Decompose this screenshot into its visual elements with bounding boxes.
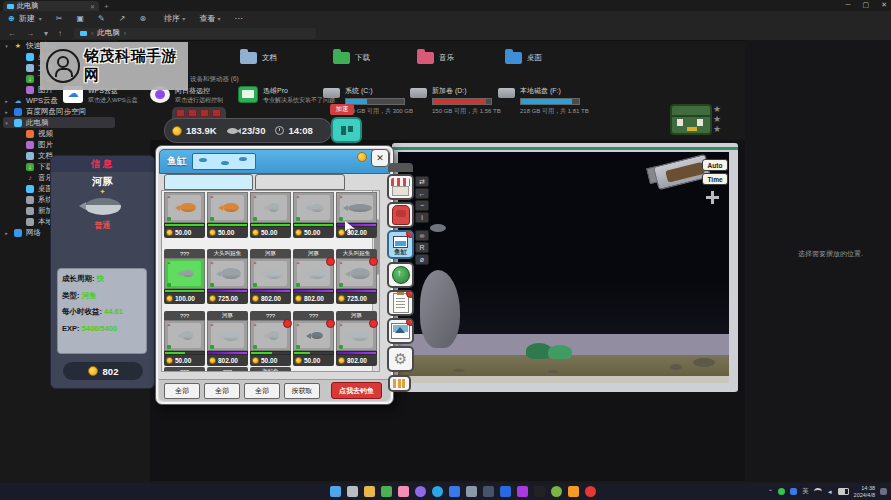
- file-action-icon[interactable]: ✎: [98, 14, 105, 23]
- folder-桌面[interactable]: 桌面: [505, 52, 542, 64]
- go-fishing-button[interactable]: 点我去钓鱼: [331, 382, 382, 399]
- breadcrumb[interactable]: › 此电脑 ›: [74, 28, 316, 39]
- taskbar-app-icon[interactable]: [483, 486, 494, 497]
- taskbar-app-icon[interactable]: [517, 486, 528, 497]
- upgrade-button[interactable]: [387, 262, 414, 288]
- new-button[interactable]: ⊕ 新建 ▾: [8, 13, 42, 24]
- fish-card[interactable]: ???✦50.00: [250, 311, 291, 366]
- sort-button[interactable]: 排序 ▾: [164, 13, 185, 24]
- folder-音乐[interactable]: 音乐: [417, 52, 454, 64]
- battery-icon[interactable]: [838, 488, 849, 495]
- fish-card[interactable]: 河豚✦802.00: [207, 311, 248, 366]
- more-button[interactable]: ⋯: [235, 14, 243, 23]
- fish-card[interactable]: 河豚✦802.00: [293, 249, 334, 304]
- taskbar-app-icon[interactable]: [381, 486, 392, 497]
- taskbar-app-icon[interactable]: [347, 486, 358, 497]
- drive-本地磁盘 (F:)[interactable]: 本地磁盘 (F:)218 GB 可用，共 1.81 TB: [498, 86, 589, 116]
- trainer-button[interactable]: −: [415, 200, 429, 211]
- filter-button[interactable]: 按获取: [284, 383, 320, 399]
- fish-card[interactable]: ✦50.00: [207, 192, 248, 238]
- recent-button[interactable]: ▾: [44, 29, 48, 38]
- tray-app-icon[interactable]: [778, 488, 785, 495]
- maximize-button[interactable]: ▢: [863, 1, 870, 9]
- app-迅维Pro[interactable]: 迅维Pro专业解决系统安装不了问题: [238, 86, 335, 105]
- wifi-icon[interactable]: [814, 488, 822, 495]
- tab-close-icon[interactable]: ✕: [90, 3, 95, 10]
- taskbar-clock[interactable]: 14:38 2024/4/8: [854, 485, 875, 498]
- fish-card[interactable]: ???✦100.00: [164, 249, 205, 304]
- file-action-icon[interactable]: ✂: [56, 14, 63, 23]
- sidebar-item-此电脑[interactable]: ▾此电脑: [3, 117, 115, 128]
- fish-card[interactable]: 大头叫姑鱼✦725.00: [336, 249, 377, 304]
- hud-mini-icon[interactable]: [176, 109, 185, 117]
- folder-文档[interactable]: 文档: [240, 52, 277, 64]
- fish-card[interactable]: ✦50.00: [293, 192, 334, 238]
- taskbar-app-icon[interactable]: [466, 486, 477, 497]
- notification-icon[interactable]: [880, 488, 887, 495]
- taskbar-app-icon[interactable]: [585, 486, 596, 497]
- volume-icon[interactable]: ◄: [827, 489, 833, 495]
- filter-button[interactable]: 全部: [204, 383, 240, 399]
- back-button[interactable]: ←: [8, 29, 16, 38]
- language-indicator[interactable]: 英: [802, 487, 809, 496]
- taskbar-app-icon[interactable]: [500, 486, 511, 497]
- taskbar-app-icon[interactable]: [534, 486, 545, 497]
- trainer-button[interactable]: ø: [415, 254, 429, 265]
- expander-icon[interactable]: ▸: [3, 98, 10, 104]
- gallery-button[interactable]: [387, 318, 414, 344]
- new-tab-button[interactable]: +: [104, 2, 109, 11]
- expander-icon[interactable]: ▾: [3, 120, 10, 126]
- expander-icon[interactable]: ▾: [3, 43, 10, 49]
- breadcrumb-item[interactable]: 此电脑: [97, 28, 120, 38]
- fish-card[interactable]: 河豚✦802.00: [336, 311, 377, 366]
- forward-button[interactable]: →: [26, 29, 34, 38]
- file-action-icon[interactable]: ▣: [76, 14, 84, 23]
- trainer-button[interactable]: R: [415, 242, 429, 253]
- filter-button[interactable]: 全部: [164, 383, 200, 399]
- pixel-avatar-button[interactable]: [331, 117, 362, 143]
- close-window-button[interactable]: ✕: [371, 149, 389, 167]
- filter-button[interactable]: 全部: [244, 383, 280, 399]
- sidebar-item-百度网盘同步空间[interactable]: ▸百度网盘同步空间: [3, 106, 115, 117]
- taskbar-app-icon[interactable]: [330, 486, 341, 497]
- sidebar-item-图片[interactable]: 图片: [15, 139, 115, 150]
- taskbar-app-icon[interactable]: [364, 486, 375, 497]
- tab-fish-tank[interactable]: [164, 174, 253, 190]
- window-titlebar[interactable]: 鱼缸: [159, 149, 390, 174]
- hud-mini-icon[interactable]: [212, 109, 221, 117]
- file-action-icon[interactable]: ⊗: [139, 14, 146, 23]
- trainer-button[interactable]: i: [415, 212, 429, 223]
- tab-tank-info[interactable]: [255, 174, 345, 190]
- file-action-icon[interactable]: ↗: [119, 14, 126, 23]
- fish-card[interactable]: ✦50.00: [164, 192, 205, 238]
- settings-button[interactable]: ⚙: [387, 346, 414, 372]
- fish-card[interactable]: 河豚✦802.00: [250, 249, 291, 304]
- expander-icon[interactable]: ▸: [3, 109, 10, 115]
- view-button[interactable]: 查看 ▾: [199, 13, 220, 24]
- up-button[interactable]: ↑: [58, 29, 62, 38]
- taskbar-app-icon[interactable]: [432, 486, 443, 497]
- taskbar-app-icon[interactable]: [449, 486, 460, 497]
- fish-card[interactable]: ✦802.00: [336, 192, 377, 238]
- fish-card[interactable]: ???✦50.00: [164, 311, 205, 366]
- auto-feed-button[interactable]: Auto: [702, 159, 728, 171]
- mini-grid-button[interactable]: [388, 375, 411, 392]
- hud-mini-icon[interactable]: [188, 109, 197, 117]
- fish-card[interactable]: 大头叫姑鱼✦725.00: [207, 249, 248, 304]
- fish-card[interactable]: ???✦50.00: [293, 311, 334, 366]
- folder-下载[interactable]: 下载: [333, 52, 370, 64]
- fish-card[interactable]: ✦50.00: [250, 192, 291, 238]
- boost-badge[interactable]: 加速: [330, 104, 354, 115]
- toolbox-item[interactable]: [670, 104, 712, 135]
- shop-button[interactable]: [387, 174, 414, 200]
- trainer-button[interactable]: ⇄: [415, 176, 429, 187]
- hud-mini-icon[interactable]: [200, 109, 209, 117]
- minimize-button[interactable]: ─: [846, 1, 851, 9]
- backpack-button[interactable]: [387, 202, 414, 228]
- fish-tank-button[interactable]: 鱼缸: [387, 230, 414, 259]
- drive-新加卷 (D:)[interactable]: 新加卷 (D:)150 GB 可用，共 1.56 TB: [410, 86, 501, 116]
- tray-app-icon[interactable]: [790, 488, 797, 495]
- taskbar-app-icon[interactable]: [415, 486, 426, 497]
- trainer-button[interactable]: ←: [415, 188, 429, 199]
- sidebar-item-视频[interactable]: 视频: [15, 128, 115, 139]
